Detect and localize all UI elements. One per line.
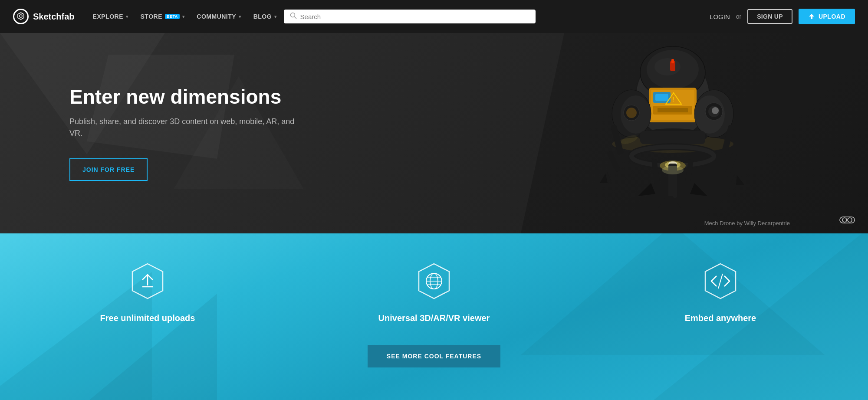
svg-line-2 xyxy=(294,17,296,19)
see-more-button[interactable]: SEE MORE COOL FEATURES xyxy=(368,345,500,367)
explore-dropdown-arrow: ▾ xyxy=(126,14,128,19)
store-dropdown-arrow: ▾ xyxy=(182,14,185,19)
logo-icon xyxy=(13,9,29,24)
svg-marker-3 xyxy=(809,14,814,19)
upload-button[interactable]: UPLOAD xyxy=(799,9,855,24)
svg-point-8 xyxy=(654,58,681,75)
svg-marker-47 xyxy=(690,183,707,196)
svg-marker-46 xyxy=(638,183,655,196)
signup-button[interactable]: SIGN UP xyxy=(747,9,792,24)
nav-community[interactable]: COMMUNITY ▾ xyxy=(191,10,246,23)
svg-rect-18 xyxy=(658,108,688,112)
svg-point-24 xyxy=(626,108,637,118)
svg-marker-31 xyxy=(600,174,608,183)
uploads-label: Free unlimited uploads xyxy=(100,313,195,323)
hero-title: Enter new dimensions xyxy=(69,85,304,108)
nav-blog[interactable]: BLOG ▾ xyxy=(248,10,282,23)
nav-explore[interactable]: EXPLORE ▾ xyxy=(88,10,134,23)
hero-section: Enter new dimensions Publish, share, and… xyxy=(0,33,868,233)
search-input[interactable] xyxy=(300,13,529,20)
hero-content: Enter new dimensions Publish, share, and… xyxy=(0,85,304,181)
svg-rect-37 xyxy=(640,131,705,144)
navbar: Sketchfab EXPLORE ▾ STORE BETA ▾ COMMUNI… xyxy=(0,0,868,33)
features-content: Free unlimited uploads Universal 3D/AR/V… xyxy=(0,259,868,323)
search-container xyxy=(284,10,536,23)
svg-line-65 xyxy=(718,274,723,289)
svg-rect-14 xyxy=(655,94,668,101)
search-icon xyxy=(290,12,297,21)
logo[interactable]: Sketchfab xyxy=(13,9,75,24)
beta-badge: BETA xyxy=(165,14,180,19)
mech-drone-image: ! xyxy=(564,40,781,226)
community-dropdown-arrow: ▾ xyxy=(239,14,241,19)
hero-subtitle: Publish, share, and discover 3D content … xyxy=(69,116,304,139)
hero-image-area: ! xyxy=(477,33,868,233)
embed-label: Embed anywhere xyxy=(685,313,756,323)
svg-rect-33 xyxy=(724,153,737,177)
navbar-right: LOGIN or SIGN UP UPLOAD xyxy=(710,9,855,24)
viewer-icon xyxy=(414,262,454,301)
feature-embed: Embed anywhere xyxy=(577,259,864,323)
nav-store[interactable]: STORE BETA ▾ xyxy=(135,10,190,23)
blog-dropdown-arrow: ▾ xyxy=(274,14,277,19)
upload-icon xyxy=(808,13,815,20)
embed-icon xyxy=(701,262,740,301)
svg-point-49 xyxy=(662,166,684,174)
svg-point-0 xyxy=(20,15,22,17)
svg-rect-10 xyxy=(671,59,674,63)
svg-point-52 xyxy=(842,218,847,222)
svg-point-1 xyxy=(290,13,295,17)
svg-point-53 xyxy=(848,218,852,222)
svg-marker-48 xyxy=(658,196,681,209)
hero-caption: Mech Drone by Willy Decarpentrie xyxy=(704,220,790,226)
navbar-nav: EXPLORE ▾ STORE BETA ▾ COMMUNITY ▾ BLOG … xyxy=(88,10,710,23)
svg-point-27 xyxy=(712,107,719,114)
feature-viewer: Universal 3D/AR/VR viewer xyxy=(291,259,577,323)
join-button[interactable]: JOIN FOR FREE xyxy=(69,158,148,181)
feature-uploads: Free unlimited uploads xyxy=(4,259,291,323)
embed-icon-wrapper xyxy=(699,259,742,303)
vr-icon xyxy=(839,215,855,227)
svg-text:!: ! xyxy=(672,96,674,103)
svg-marker-35 xyxy=(736,175,744,185)
features-section: Free unlimited uploads Universal 3D/AR/V… xyxy=(0,233,868,400)
viewer-icon-wrapper xyxy=(412,259,456,303)
or-separator: or xyxy=(736,13,741,20)
login-button[interactable]: LOGIN xyxy=(710,13,730,20)
viewer-label: Universal 3D/AR/VR viewer xyxy=(378,313,490,323)
unlimited-uploads-icon xyxy=(128,262,167,301)
upload-icon-wrapper xyxy=(126,259,169,303)
